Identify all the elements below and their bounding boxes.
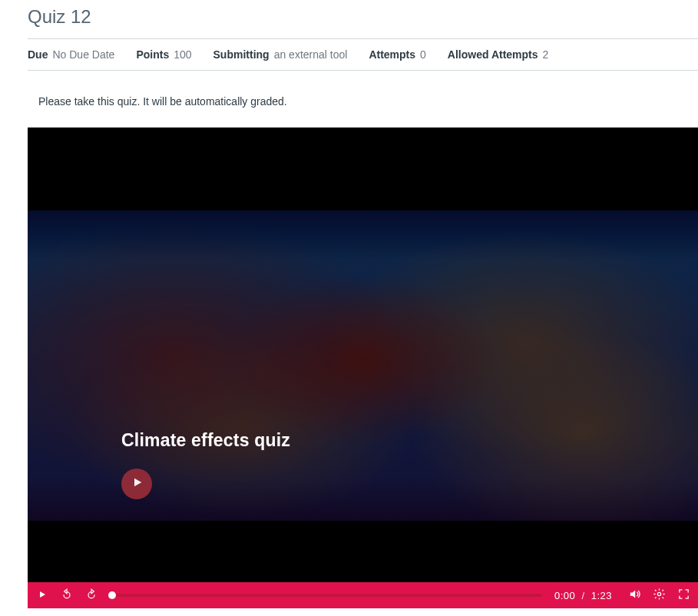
meta-attempts: Attempts 0 bbox=[369, 48, 425, 61]
duration: 1:23 bbox=[591, 590, 612, 601]
meta-submitting-label: Submitting bbox=[213, 48, 270, 61]
meta-points-value: 100 bbox=[174, 48, 191, 61]
volume-button[interactable] bbox=[626, 587, 643, 604]
fullscreen-button[interactable] bbox=[675, 587, 692, 604]
video-controls: 0:00 / 1:23 bbox=[28, 582, 698, 608]
video-title: Climate effects quiz bbox=[121, 430, 290, 451]
meta-allowed-attempts: Allowed Attempts 2 bbox=[448, 48, 549, 61]
fullscreen-icon bbox=[677, 588, 690, 603]
meta-points: Points 100 bbox=[136, 48, 191, 61]
page-title: Quiz 12 bbox=[28, 6, 698, 28]
play-button[interactable] bbox=[34, 587, 51, 604]
forward-icon bbox=[85, 588, 98, 603]
current-time: 0:00 bbox=[554, 590, 575, 601]
progress-knob[interactable] bbox=[108, 591, 116, 599]
assignment-meta-bar: Due No Due Date Points 100 Submitting an… bbox=[28, 38, 698, 71]
volume-icon bbox=[628, 588, 641, 603]
settings-icon bbox=[653, 588, 666, 603]
svg-point-0 bbox=[657, 592, 660, 595]
meta-allowed-value: 2 bbox=[543, 48, 549, 61]
rewind-icon bbox=[61, 588, 73, 603]
big-play-button[interactable] bbox=[121, 469, 152, 499]
forward-button[interactable] bbox=[83, 587, 100, 604]
play-icon bbox=[38, 590, 47, 601]
progress-bar[interactable] bbox=[112, 594, 542, 597]
time-separator: / bbox=[581, 590, 584, 601]
meta-submitting-value: an external tool bbox=[274, 48, 348, 61]
video-player: Climate effects quiz bbox=[28, 128, 698, 608]
meta-points-label: Points bbox=[136, 48, 169, 61]
meta-allowed-label: Allowed Attempts bbox=[448, 48, 538, 61]
meta-attempts-label: Attempts bbox=[369, 48, 415, 61]
play-icon bbox=[130, 476, 144, 492]
meta-attempts-value: 0 bbox=[420, 48, 426, 61]
rewind-button[interactable] bbox=[58, 587, 75, 604]
meta-due-label: Due bbox=[28, 48, 48, 61]
assignment-instructions: Please take this quiz. It will be automa… bbox=[38, 95, 698, 108]
time-display: 0:00 / 1:23 bbox=[554, 590, 612, 601]
meta-due: Due No Due Date bbox=[28, 48, 114, 61]
settings-button[interactable] bbox=[650, 587, 667, 604]
meta-due-value: No Due Date bbox=[52, 48, 114, 61]
meta-submitting: Submitting an external tool bbox=[213, 48, 348, 61]
